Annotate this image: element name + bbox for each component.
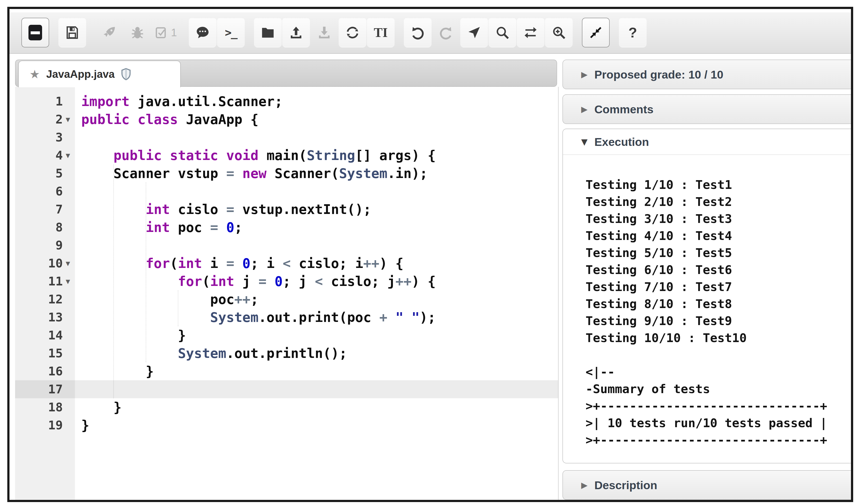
line-number: 17: [15, 380, 63, 398]
refresh-button[interactable]: [338, 18, 366, 47]
tab-javaapp[interactable]: ★ JavaApp.java: [18, 61, 181, 87]
help-button[interactable]: ?: [619, 18, 647, 47]
toolbar-group: >_: [189, 18, 245, 47]
undo-button[interactable]: [404, 18, 432, 47]
line-number: 14: [15, 326, 63, 344]
code-text: System.out.print(poc + " ");: [81, 308, 436, 326]
line-number: 13: [15, 308, 63, 326]
code-line[interactable]: 13 System.out.print(poc + " ");: [15, 308, 558, 326]
section-description: ▶Description: [562, 470, 853, 500]
code-line[interactable]: 17: [15, 380, 558, 398]
section-comments: ▶Comments: [562, 94, 853, 124]
save-button[interactable]: [58, 18, 86, 47]
upload-icon: [288, 25, 304, 40]
redo-icon: [438, 25, 453, 40]
tab-title: JavaApp.java: [46, 68, 115, 80]
chevron-right-icon: ▶: [581, 480, 588, 490]
code-line[interactable]: 3: [15, 128, 558, 147]
accordion-panel: ▶Proposed grade: 10 / 10▶Comments▼Execut…: [562, 60, 853, 502]
toolbar-group: TI: [254, 18, 395, 47]
code-line[interactable]: 15 System.out.println();: [15, 344, 558, 362]
folder-icon: [260, 25, 275, 40]
code-line[interactable]: 6: [15, 182, 558, 200]
download-button[interactable]: [311, 18, 338, 47]
code-line[interactable]: 12 poc++;: [15, 290, 558, 308]
toolbar-group: [21, 18, 50, 47]
code-line[interactable]: 4▾ public static void main(String[] args…: [15, 147, 558, 164]
code-line[interactable]: 16 }: [15, 362, 558, 380]
code-text: import java.util.Scanner;: [81, 92, 283, 110]
toolbar-group: 1: [95, 18, 180, 47]
submit-button[interactable]: [95, 18, 123, 47]
chevron-down-icon: ▼: [581, 137, 588, 147]
text-size-icon: TI: [374, 26, 388, 39]
line-number: 19: [15, 416, 63, 434]
line-number: 1: [15, 92, 63, 110]
exit-fullscreen-button[interactable]: [582, 18, 609, 47]
location-arrow-icon: [467, 25, 482, 40]
section-title: Description: [594, 478, 657, 492]
terminal-icon: >_: [225, 27, 237, 38]
code-text: public static void main(String[] args) {: [81, 147, 436, 164]
fold-arrow-icon[interactable]: ▾: [66, 254, 70, 272]
compress-arrows-icon: [588, 25, 603, 40]
line-number: 6: [15, 182, 63, 200]
comments-button[interactable]: [189, 18, 216, 47]
undo-icon: [410, 25, 425, 40]
section-header-execution[interactable]: ▼Execution: [563, 129, 853, 155]
fold-arrow-icon[interactable]: ▾: [66, 272, 70, 290]
section-header-grade[interactable]: ▶Proposed grade: 10 / 10: [563, 60, 853, 89]
refresh-icon: [345, 25, 360, 40]
section-header-description[interactable]: ▶Description: [563, 471, 853, 499]
code-lines: 1import java.util.Scanner;2▾public class…: [15, 92, 558, 434]
upload-button[interactable]: [282, 18, 310, 47]
search-button[interactable]: [488, 18, 516, 47]
toolbar-group: [404, 18, 573, 47]
code-editor[interactable]: 1import java.util.Scanner;2▾public class…: [15, 87, 559, 502]
line-number: 11: [15, 272, 63, 290]
question-mark-icon: ?: [628, 26, 637, 40]
zoom-in-button[interactable]: [545, 18, 573, 47]
fold-arrow-icon[interactable]: ▾: [66, 110, 70, 128]
section-header-comments[interactable]: ▶Comments: [563, 95, 853, 123]
section-grade: ▶Proposed grade: 10 / 10: [562, 60, 853, 89]
line-number: 16: [15, 362, 63, 380]
code-text: }: [81, 416, 89, 434]
magnifier-plus-icon: [551, 25, 566, 40]
chevron-right-icon: ▶: [581, 104, 588, 114]
code-line[interactable]: 5 Scanner vstup = new Scanner(System.in)…: [15, 164, 558, 182]
code-line[interactable]: 8 int poc = 0;: [15, 218, 558, 236]
code-line[interactable]: 9: [15, 236, 558, 254]
toolbar-group: [58, 18, 87, 47]
code-text: }: [81, 362, 154, 380]
code-line[interactable]: 7 int cislo = vstup.nextInt();: [15, 200, 558, 218]
line-number: 5: [15, 164, 63, 182]
code-line[interactable]: 14 }: [15, 326, 558, 344]
code-line[interactable]: 1import java.util.Scanner;: [15, 92, 558, 110]
star-icon: ★: [29, 68, 40, 80]
redo-button[interactable]: [432, 18, 460, 47]
collapse-panel-button[interactable]: [21, 18, 49, 47]
font-size-button[interactable]: TI: [367, 18, 395, 47]
line-number: 7: [15, 200, 63, 218]
fold-arrow-icon[interactable]: ▾: [66, 147, 70, 164]
code-line[interactable]: 11▾ for(int j = 0; j < cislo; j++) {: [15, 272, 558, 290]
grade-check-button[interactable]: 1: [152, 18, 180, 47]
console-button[interactable]: >_: [217, 18, 245, 47]
line-number: 2: [15, 110, 63, 128]
debug-button[interactable]: [124, 18, 151, 47]
code-line[interactable]: 19}: [15, 416, 558, 434]
files-button[interactable]: [254, 18, 282, 47]
line-number: 8: [15, 218, 63, 236]
swap-button[interactable]: [517, 18, 544, 47]
code-line[interactable]: 2▾public class JavaApp {: [15, 110, 558, 128]
line-number: 12: [15, 290, 63, 308]
goto-button[interactable]: [460, 18, 488, 47]
code-text: int poc = 0;: [81, 218, 242, 236]
code-line[interactable]: 10▾ for(int i = 0; i < cislo; i++) {: [15, 254, 558, 272]
speech-bubble-icon: [195, 25, 210, 40]
toolbar-group: [582, 18, 610, 47]
line-number: 10: [15, 254, 63, 272]
code-line[interactable]: 18 }: [15, 398, 558, 416]
section-title: Proposed grade: 10 / 10: [594, 68, 723, 81]
